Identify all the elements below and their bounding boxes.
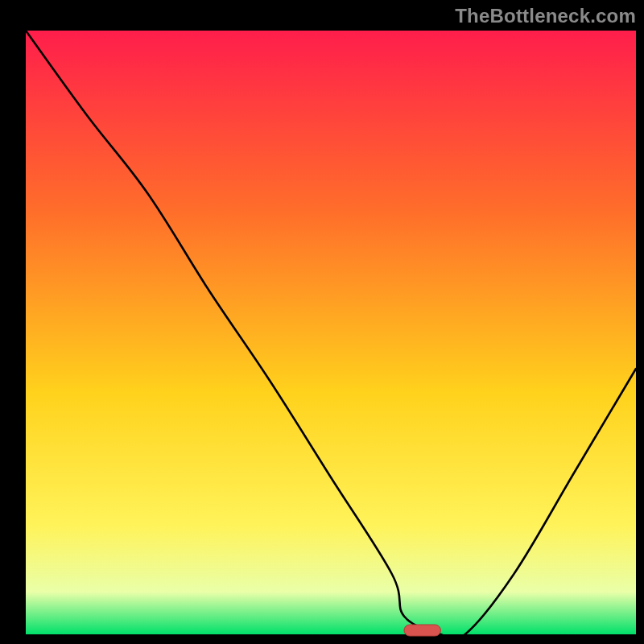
watermark-text: TheBottleneck.com (455, 5, 636, 27)
chart-stage: TheBottleneck.com (0, 0, 644, 644)
optimal-point-marker (404, 625, 440, 636)
chart-background (26, 31, 636, 634)
bottleneck-chart (0, 0, 644, 644)
